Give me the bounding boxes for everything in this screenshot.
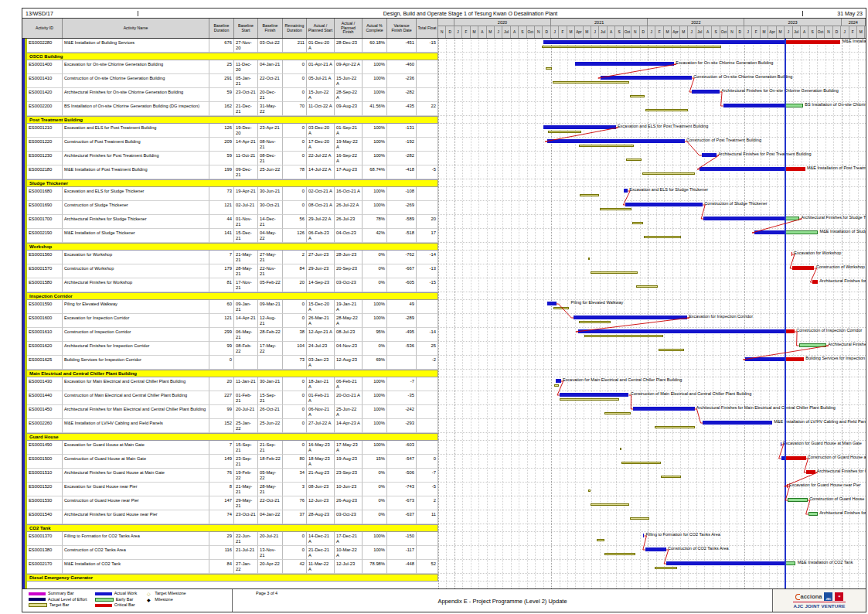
bar-label: Construction of Guard House at Main Gate	[808, 455, 866, 459]
cell-activity-name: Excavation and ELS for Sludge Thickener	[63, 187, 209, 201]
bar-label: Construction of Inspection Corridor	[796, 328, 862, 333]
bar-label: M&E Installation of Sludge Thickener	[820, 229, 866, 234]
cell-activity-id: ES0002200	[27, 102, 63, 116]
activity-row: ES0001540Architectural Finishes for Guar…	[22, 510, 866, 524]
cell-percent-complete: 100%	[363, 138, 387, 152]
cell-percent-complete: 0%	[363, 264, 387, 278]
gantt-row: Excavation for Main Electrical and Centr…	[438, 377, 866, 391]
cell-actual-finish: 20-Oct-21 A	[335, 391, 363, 405]
actual-bar	[624, 189, 628, 193]
actual-bar	[543, 125, 615, 129]
gantt-row: Construction of On-site Chlorine Generat…	[438, 74, 866, 88]
legend-item: Summary Bar	[29, 592, 87, 596]
early-swatch	[95, 598, 114, 602]
cell-activity-id: ES0001220	[27, 138, 63, 152]
cell-activity-name: Construction of Sludge Thickener	[63, 201, 209, 215]
bar-label: Architectural Finishes for Post Treatmen…	[718, 152, 811, 156]
ajc-caption: AJC JOINT VENTURE	[793, 602, 845, 609]
section-band: Inspection Corridor	[27, 292, 438, 300]
cell-percent-complete: 100%	[363, 74, 387, 88]
bar-label: Architectural Finishes for Inspection Co…	[828, 342, 866, 346]
cell-actual-finish: 19-Aug-23	[335, 455, 363, 469]
cell-activity-name: Excavation for On-site Chlorine Generati…	[63, 60, 209, 74]
cell-baseline-finish: 27-May-21	[258, 251, 283, 264]
legend-label: Target Bar	[49, 603, 69, 608]
gantt-row	[438, 574, 866, 582]
cell-actual-start: 08-Jun-23	[307, 483, 335, 496]
cell-activity-name: Architectural Finishes for Workshop	[63, 278, 209, 292]
month-label: F	[655, 26, 663, 38]
month-label: Apr	[768, 26, 776, 38]
milestone-icon: ◆	[145, 598, 152, 602]
cell-activity-name: Architectural Finishes for Sludge Thicke…	[63, 215, 209, 229]
cell-baseline-duration: 7	[209, 441, 234, 455]
actual-bar	[781, 442, 781, 446]
cell-baseline-duration: 126	[209, 124, 234, 138]
early-bar	[785, 561, 795, 565]
cell-variance: 49	[387, 300, 417, 314]
month-label: J	[495, 26, 502, 38]
target-bar	[588, 258, 590, 260]
activity-row: ES0001610Construction of Inspection Corr…	[22, 328, 866, 342]
cell-baseline-finish: 26-Oct-21	[258, 405, 283, 419]
month-label: Jul	[502, 26, 510, 38]
cell-baseline-duration: 7	[209, 251, 234, 264]
early-bar	[799, 343, 826, 347]
cell-activity-name: Excavation for Main Electrical and Centr…	[63, 377, 209, 391]
target-bar	[621, 462, 661, 464]
cell-actual-start: 02-Oct-21 A	[307, 187, 335, 201]
legend-item: ◇Target Milestone	[145, 592, 186, 596]
legend-label: Early Bar	[116, 598, 134, 602]
table-header: Activity IDActivity NameBaseline Duratio…	[22, 19, 866, 39]
target-bar	[632, 222, 644, 224]
cell-percent-complete: 60.18%	[363, 39, 387, 53]
column-header: Baseline Duration	[209, 19, 234, 38]
actual-bar	[575, 62, 674, 66]
month-label: J	[841, 26, 849, 38]
cell-actual-start: 11-Oct-22 A	[307, 102, 335, 116]
cell-baseline-finish: 31-May-22	[258, 102, 283, 116]
cell-variance: -131	[387, 124, 417, 138]
section-row: Workshop	[22, 243, 866, 251]
cell-baseline-finish: 15-Sep-21	[258, 391, 283, 405]
cell-activity-id: ES0001610	[27, 328, 63, 342]
month-label: Oct	[817, 26, 825, 38]
cell-percent-complete: 42%	[363, 229, 387, 243]
cell-remaining-duration: 0	[283, 314, 307, 328]
cell-total-float: 52	[417, 560, 438, 574]
cell-percent-complete: 100%	[363, 300, 387, 314]
cell-actual-start: 16-May-23 A	[307, 441, 335, 455]
cell-actual-finish: 04-Oct-23	[335, 229, 363, 243]
activity-row: ES0001590Piling for Elevated Walkway6009…	[22, 300, 866, 314]
gantt-row: M&E Installation of CO2 Tank	[438, 560, 866, 574]
cell-actual-start: 14-Dec-21 A	[307, 532, 335, 546]
cell-baseline-duration: 141	[209, 229, 234, 243]
cell-baseline-finish: 30-Jan-21	[258, 377, 283, 391]
cell-baseline-finish: 22-Oct-21	[258, 74, 283, 88]
cell-baseline-finish: 22-Oct-21	[258, 496, 283, 510]
cell-baseline-start: 21-May-21	[234, 251, 258, 264]
bar-label: Architectural Finishes for Guard House a…	[817, 469, 866, 473]
cell-baseline-finish: 30-Jun-21	[258, 187, 283, 201]
cell-baseline-duration: 99	[209, 342, 234, 356]
activity-row: ES0001625Building Services for Inspectio…	[22, 356, 866, 370]
target-bar	[560, 398, 619, 401]
bar-label: BS Installation of On-site Chlorine Gene…	[805, 102, 866, 107]
cscec-logo: ▦	[835, 592, 843, 601]
cell-baseline-start: 17-Nov-21	[234, 278, 258, 292]
cell-total-float: -2	[417, 356, 438, 370]
cell-actual-start: 15-Dec-20 A	[307, 300, 335, 314]
cell-total-float: 17	[417, 229, 438, 243]
cell-actual-start: 11-Mar-22 A	[307, 560, 335, 574]
cell-baseline-start	[234, 356, 258, 370]
cell-total-float: -14	[417, 251, 438, 264]
bar-label: Construction of On-site Chlorine Generat…	[693, 74, 792, 79]
cell-total-float: -15	[417, 278, 438, 292]
actual-bar	[702, 153, 717, 157]
actual-bar	[547, 139, 685, 143]
column-header: Actual % Complete	[363, 19, 387, 38]
month-label: M	[471, 26, 478, 38]
cell-actual-finish: 03-Oct-23	[335, 278, 363, 292]
month-label: M	[857, 26, 865, 38]
cell-activity-name: Architectural Finishes for Inspection Co…	[63, 342, 209, 356]
